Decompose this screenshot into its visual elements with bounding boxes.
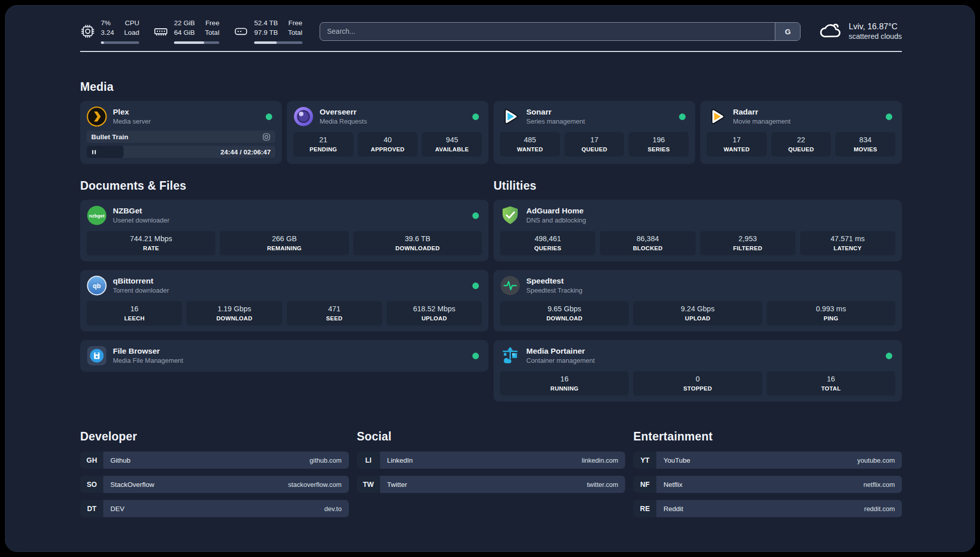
search-engine-button[interactable]: G (775, 23, 800, 40)
app-card-header: OverseerrMedia Requests (293, 106, 482, 127)
app-card-speedtest[interactable]: SpeedtestSpeedtest Tracking9.65 GbpsDOWN… (494, 270, 902, 331)
stat-tile-latency: 47.571 msLATENCY (800, 231, 895, 255)
stat-label: PING (824, 314, 838, 323)
stat-value: 39.6 TB (405, 234, 431, 244)
app-card-header: PlexMedia server (87, 106, 275, 127)
app-card-nzbget[interactable]: nzbgetNZBGetUsenet downloader744.21 Mbps… (80, 200, 488, 261)
stat-value: 22 (797, 135, 805, 145)
search-bar[interactable]: G (320, 22, 801, 41)
status-online-dot (886, 353, 892, 359)
speedtest-icon (500, 275, 520, 296)
system-stat-ram: 22 GiB64 GiBFreeTotal (153, 19, 219, 44)
app-card-overseerr[interactable]: OverseerrMedia Requests21PENDING40APPROV… (287, 101, 488, 164)
system-stat-progress (174, 41, 219, 44)
link-row-twitter[interactable]: TWTwittertwitter.com (357, 476, 626, 493)
stat-value: 16 (561, 374, 569, 384)
link-row-reddit[interactable]: RERedditreddit.com (633, 500, 902, 517)
app-titles: qBittorrentTorrent downloader (113, 276, 169, 295)
link-section-social: SocialLILinkedInlinkedin.comTWTwittertwi… (357, 430, 626, 493)
link-row-netflix[interactable]: NFNetflixnetflix.com (633, 476, 902, 493)
stat-label: AVAILABLE (435, 145, 469, 154)
app-titles: PlexMedia server (113, 107, 151, 126)
system-stat-value: 97.9 TB (254, 28, 278, 38)
link-url: reddit.com (864, 505, 895, 513)
radarr-icon (707, 106, 727, 127)
link-row-stackoverflow[interactable]: SOStackOverflowstackoverflow.com (80, 476, 349, 493)
section-title-utilities: Utilities (494, 179, 902, 193)
app-stats-row: 744.21 MbpsRATE266 GBREMAINING39.6 TBDOW… (87, 231, 482, 255)
app-stats-row: 21PENDING40APPROVED945AVAILABLE (293, 132, 482, 156)
stat-label: QUEUED (582, 145, 607, 154)
stat-value: 834 (860, 135, 872, 145)
stat-value: 16 (827, 374, 835, 384)
stat-tile-upload: 9.24 GbpsUPLOAD (633, 301, 762, 325)
portainer-icon (500, 346, 520, 366)
utilities-cards-column: AdGuard HomeDNS and adblocking498,461QUE… (494, 200, 902, 402)
system-stat-progress (254, 41, 302, 44)
app-titles: Media PortainerContainer management (526, 346, 595, 365)
stat-label: REMAINING (267, 244, 302, 253)
system-stat-labels: CPULoad (124, 19, 139, 38)
stat-label: MOVIES (853, 145, 877, 154)
section-utilities: Utilities AdGuard HomeDNS and adblocking… (494, 179, 902, 402)
ram-icon (153, 24, 168, 39)
section-title-developer: Developer (80, 430, 349, 443)
stat-tile-running: 16RUNNING (500, 371, 629, 396)
link-abbr: LI (357, 452, 380, 469)
link-main: LinkedInlinkedin.com (380, 452, 626, 469)
link-row-linkedin[interactable]: LILinkedInlinkedin.com (357, 452, 626, 469)
app-title: File Browser (113, 346, 183, 356)
app-titles: SpeedtestSpeedtest Tracking (526, 276, 582, 295)
app-subtitle: Media server (113, 118, 151, 126)
link-name: Netflix (663, 481, 683, 488)
section-media: Media PlexMedia serverBullet Train24:44 … (80, 80, 902, 164)
stat-label: WANTED (517, 145, 543, 154)
playback-time: 24:44 / 02:06:47 (220, 148, 271, 156)
stat-tile-available: 945AVAILABLE (422, 132, 482, 156)
stat-label: UPLOAD (685, 314, 710, 323)
app-card-media-portainer[interactable]: Media PortainerContainer management16RUN… (494, 340, 902, 402)
sonarr-icon (500, 106, 520, 127)
search-input[interactable] (320, 23, 775, 40)
link-section-entertainment: EntertainmentYTYouTubeyoutube.comNFNetfl… (633, 430, 902, 517)
stat-label: DOWNLOADED (395, 244, 440, 253)
section-title-documents: Documents & Files (80, 179, 488, 193)
link-row-github[interactable]: GHGithubgithub.com (80, 452, 349, 469)
pause-icon[interactable] (91, 149, 97, 155)
stat-value: 2,953 (739, 234, 757, 244)
status-online-dot (472, 353, 479, 359)
app-card-qbittorrent[interactable]: qbqBittorrentTorrent downloader16LEECH1.… (80, 270, 488, 331)
app-titles: AdGuard HomeDNS and adblocking (526, 206, 586, 225)
stat-tile-rate: 744.21 MbpsRATE (87, 231, 215, 255)
app-card-sonarr[interactable]: SonarrSeries management485WANTED17QUEUED… (494, 101, 695, 164)
stat-label: UPLOAD (421, 314, 447, 323)
section-title-media: Media (80, 80, 902, 94)
link-row-youtube[interactable]: YTYouTubeyoutube.com (633, 452, 902, 469)
playback-progress-bar[interactable]: 24:44 / 02:06:47 (87, 146, 275, 158)
link-main: Netflixnetflix.com (656, 476, 902, 493)
system-stat-disk: 52.4 TB97.9 TBFreeTotal (233, 19, 302, 44)
app-card-adguard-home[interactable]: AdGuard HomeDNS and adblocking498,461QUE… (494, 200, 902, 261)
link-name: Github (110, 457, 131, 464)
stat-tile-download: 1.19 GbpsDOWNLOAD (187, 301, 282, 325)
system-stat-body: 22 GiB64 GiBFreeTotal (174, 19, 219, 44)
app-card-file-browser[interactable]: File BrowserMedia File Management (80, 340, 488, 372)
system-stat-values: 22 GiB64 GiB (174, 19, 195, 38)
stat-label: DOWNLOAD (216, 314, 252, 323)
app-title: qBittorrent (113, 276, 169, 286)
app-card-plex[interactable]: PlexMedia serverBullet Train24:44 / 02:0… (80, 101, 282, 164)
system-stat-label: Load (124, 28, 139, 38)
stat-value: 744.21 Mbps (130, 234, 172, 244)
stat-value: 485 (524, 135, 536, 145)
link-rows: GHGithubgithub.comSOStackOverflowstackov… (80, 452, 349, 517)
link-main: DEVdev.to (103, 500, 349, 517)
system-stat-body: 7%3.24CPULoad (101, 19, 139, 44)
app-title: NZBGet (113, 206, 169, 216)
system-stat-value: 52.4 TB (254, 19, 278, 28)
system-stat-progress (101, 41, 139, 44)
app-card-radarr[interactable]: RadarrMovie management17WANTED22QUEUED83… (700, 101, 902, 164)
link-row-dev[interactable]: DTDEVdev.to (80, 500, 349, 517)
status-online-dot (472, 114, 479, 120)
link-main: YouTubeyoutube.com (656, 452, 902, 469)
weather-texts: Lviv, 16.87°C scattered clouds (848, 21, 902, 42)
